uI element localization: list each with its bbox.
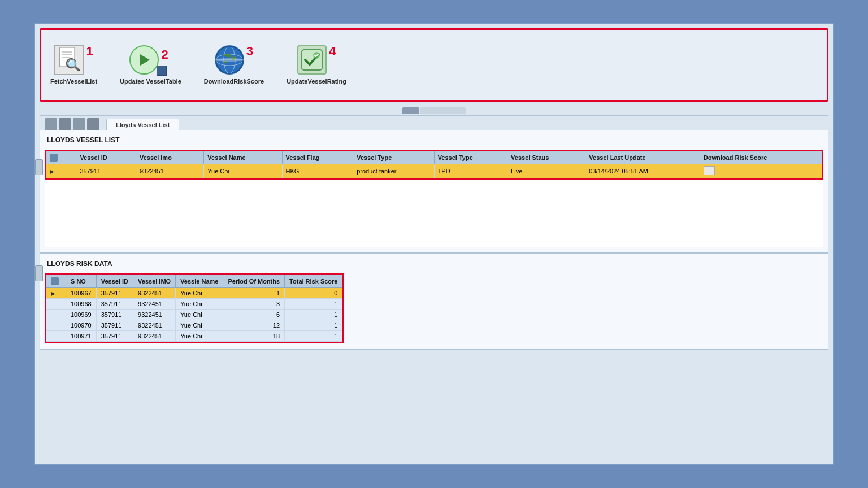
step3-label: DownloadRiskScore <box>204 78 264 85</box>
col-vessel-imo: Vessel Imo <box>136 151 203 164</box>
row-vessel-type2: TPD <box>434 164 507 178</box>
row-period-months: 6 <box>223 310 285 320</box>
main-container: 1 FetchVesselList 2 Updates VesselTable <box>34 23 834 465</box>
row-sno: 100970 <box>66 320 97 331</box>
vessel-list-table-wrapper: Vessel ID Vessel Imo Vessel Name Vessel … <box>45 150 823 180</box>
step4-number: 4 <box>329 45 336 58</box>
risk-data-body: ▶ 100967 357911 9322451 Yue Chi 1 0 1009… <box>46 288 342 342</box>
row-arrow: ▶ <box>46 164 76 178</box>
row-arrow <box>46 310 66 320</box>
row-arrow <box>46 320 66 331</box>
svg-rect-1 <box>60 47 75 67</box>
scroll-thumb <box>402 107 419 114</box>
risk-col-sno: S NO <box>66 275 97 288</box>
row-sno: 100969 <box>66 310 97 320</box>
risk-table-wrapper: S NO Vessel ID Vessel IMO Vessle Name Pe… <box>45 273 344 343</box>
row-period-months: 3 <box>223 299 285 310</box>
row-arrow <box>46 331 66 342</box>
col-vessel-flag: Vessel Flag <box>282 151 353 164</box>
update2-square-icon <box>157 66 167 76</box>
step4-label: UpdateVesselRating <box>287 78 346 85</box>
risk-col-vessel-name: Vessle Name <box>176 275 223 288</box>
update-arrow-icon <box>129 45 159 75</box>
risk-header-row: S NO Vessel ID Vessel IMO Vessle Name Pe… <box>46 275 342 288</box>
row-period-months: 18 <box>223 331 285 342</box>
vessel-list-row[interactable]: ▶ 357911 9322451 Yue Chi HKG product tan… <box>46 164 822 178</box>
row-sno: 100971 <box>66 331 97 342</box>
row-period-months: 12 <box>223 320 285 331</box>
toolbar-scroll <box>40 106 828 115</box>
row-vessel-status: Live <box>507 164 585 178</box>
vessel-list-table: Vessel ID Vessel Imo Vessel Name Vessel … <box>46 151 822 178</box>
risk-data-title: LLOYDS RISK DATA <box>45 259 823 269</box>
col-download-risk: Download Risk Score <box>700 151 822 164</box>
col-vessel-type1: Vessel Type <box>353 151 434 164</box>
fetch-vessel-list-button[interactable]: 1 FetchVesselList <box>50 45 97 85</box>
risk-data-table: S NO Vessel ID Vessel IMO Vessle Name Pe… <box>46 274 342 342</box>
row-arrow <box>46 299 66 310</box>
risk-data-row[interactable]: 100969 357911 9322451 Yue Chi 6 1 <box>46 310 342 320</box>
update-vessel-rating-button[interactable]: 4 UpdateVesselRating <box>287 45 346 85</box>
risk-data-row[interactable]: 100971 357911 9322451 Yue Chi 18 1 <box>46 331 342 342</box>
svg-line-6 <box>75 67 78 70</box>
update-vessel-table-button[interactable]: 2 Updates VesselTable <box>120 45 181 85</box>
tab-lloyds-vessel-list[interactable]: Lloyds Vessel List <box>106 119 179 130</box>
step3-number: 3 <box>246 45 253 58</box>
row-arrow: ▶ <box>46 288 66 299</box>
risk-col-vessel-id: Vessel ID <box>96 275 133 288</box>
col-vessel-status: Vessel Staus <box>507 151 585 164</box>
vessel-list-header-row: Vessel ID Vessel Imo Vessel Name Vessel … <box>46 151 822 164</box>
row-vessel-type1: product tanker <box>353 164 434 178</box>
row-vessel-name: Yue Chi <box>176 320 223 331</box>
col-vessel-name: Vessel Name <box>204 151 282 164</box>
tab-mini-icon-2 <box>59 118 71 130</box>
risk-col-period: Period Of Months <box>223 275 285 288</box>
row-vessel-id: 357911 <box>96 299 133 310</box>
row-vessel-id: 357911 <box>76 164 136 178</box>
vessel-list-body: ▶ 357911 9322451 Yue Chi HKG product tan… <box>46 164 822 178</box>
content-area: Lloyds Vessel List LLOYDS VESSEL LIST Ve… <box>40 115 828 350</box>
risk-data-row[interactable]: ▶ 100967 357911 9322451 Yue Chi 1 0 <box>46 288 342 299</box>
row-vessel-name: Yue Chi <box>176 310 223 320</box>
sidebar-indicator-2[interactable] <box>35 265 43 281</box>
sidebar-indicator-1[interactable] <box>35 159 43 175</box>
row-sno: 100967 <box>66 288 97 299</box>
risk-header-icon <box>51 277 59 285</box>
vessel-list-section: LLOYDS VESSEL LIST Vessel ID Vessel Imo … <box>40 130 828 252</box>
row-vessel-id: 357911 <box>96 320 133 331</box>
row-vessel-imo: 9322451 <box>133 288 176 299</box>
vessel-list-title: LLOYDS VESSEL LIST <box>45 135 823 145</box>
tab-mini-icon-3 <box>73 118 85 130</box>
tab-icons <box>45 118 99 130</box>
col-vessel-last-update: Vessel Last Update <box>585 151 700 164</box>
row-vessel-id: 357911 <box>96 331 133 342</box>
toolbar: 1 FetchVesselList 2 Updates VesselTable <box>40 28 828 102</box>
row-vessel-name: Yue Chi <box>176 288 223 299</box>
col-vessel-type2: Vessel Type <box>434 151 507 164</box>
globe-icon <box>215 45 244 75</box>
row-total-risk: 0 <box>285 288 342 299</box>
row-total-risk: 1 <box>285 299 342 310</box>
vessel-list-empty-area <box>45 180 823 247</box>
row-vessel-name: Yue Chi <box>176 299 223 310</box>
table-header-icon <box>50 154 58 162</box>
svg-marker-7 <box>140 54 150 66</box>
tab-mini-icon-1 <box>45 118 57 130</box>
risk-data-row[interactable]: 100968 357911 9322451 Yue Chi 3 1 <box>46 299 342 310</box>
scroll-track <box>420 107 466 114</box>
row-vessel-imo: 9322451 <box>133 320 176 331</box>
row-period-months: 1 <box>223 288 285 299</box>
risk-col-total-risk: Total Risk Score <box>285 275 342 288</box>
risk-data-row[interactable]: 100970 357911 9322451 Yue Chi 12 1 <box>46 320 342 331</box>
row-vessel-name: Yue Chi <box>176 331 223 342</box>
row-vessel-imo: 9322451 <box>133 310 176 320</box>
download-risk-score-button[interactable]: 3 DownloadRiskScore <box>204 45 264 85</box>
row-vessel-id: 357911 <box>96 310 133 320</box>
row-vessel-flag: HKG <box>282 164 353 178</box>
row-sno: 100968 <box>66 299 97 310</box>
row-vessel-last-update: 03/14/2024 05:51 AM <box>585 164 700 178</box>
row-vessel-imo: 9322451 <box>136 164 203 178</box>
col-arrow <box>46 151 76 164</box>
step2-label: Updates VesselTable <box>120 78 181 85</box>
row-vessel-id: 357911 <box>96 288 133 299</box>
